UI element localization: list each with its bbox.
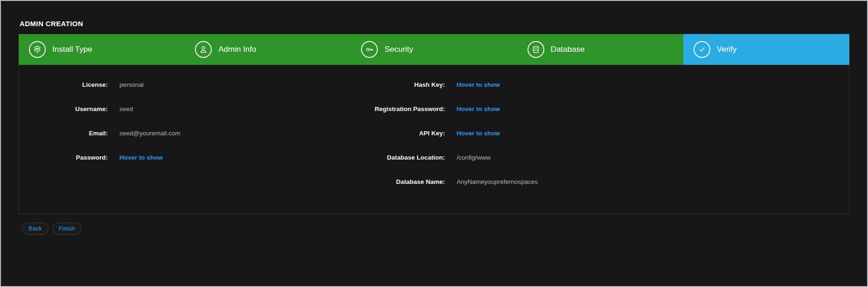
- finish-button[interactable]: Finish: [52, 223, 82, 235]
- username-label: Username:: [19, 105, 108, 112]
- step-label-database: Database: [551, 45, 585, 54]
- api-key-label: API Key:: [290, 130, 445, 137]
- database-location-value: /config/www: [457, 154, 849, 161]
- page-title: ADMIN CREATION: [20, 20, 848, 28]
- summary-row-database-location: Database Location: /config/www: [290, 145, 849, 169]
- summary-column-left: License: personal Username: seed Email: …: [19, 72, 290, 214]
- summary-row-license: License: personal: [19, 72, 290, 97]
- step-database[interactable]: Database: [517, 34, 683, 65]
- database-name-value: AnyNameyouprefernospaces: [457, 178, 849, 185]
- username-value: seed: [119, 105, 290, 112]
- step-label-verify: Verify: [717, 45, 737, 54]
- summary-row-username: Username: seed: [19, 97, 290, 121]
- registration-password-reveal-link[interactable]: Hover to show: [457, 105, 849, 112]
- summary-row-registration-password: Registration Password: Hover to show: [290, 97, 849, 121]
- registration-password-label: Registration Password:: [290, 105, 445, 112]
- summary-row-api-key: API Key: Hover to show: [290, 121, 849, 145]
- license-label: License:: [19, 81, 108, 88]
- back-button[interactable]: Back: [22, 223, 49, 235]
- summary-row-database-name: Database Name: AnyNameyouprefernospaces: [290, 169, 849, 194]
- stepper: Install Type Admin Info: [19, 34, 849, 65]
- step-admin-info[interactable]: Admin Info: [185, 34, 351, 65]
- step-label-security: Security: [384, 45, 413, 54]
- person-icon: [195, 41, 212, 58]
- password-reveal-link[interactable]: Hover to show: [119, 154, 290, 161]
- summary-row-hash-key: Hash Key: Hover to show: [290, 72, 849, 97]
- step-install-type[interactable]: Install Type: [19, 34, 185, 65]
- admin-creation-screen: ADMIN CREATION Install Type: [0, 0, 868, 287]
- api-key-reveal-link[interactable]: Hover to show: [457, 130, 849, 137]
- key-icon: [361, 41, 378, 58]
- email-label: Email:: [19, 130, 108, 137]
- hash-key-label: Hash Key:: [290, 81, 445, 88]
- signpost-icon: [29, 41, 46, 58]
- email-value: seed@youremail.com: [119, 130, 290, 137]
- admin-creation-card: ADMIN CREATION Install Type: [19, 1, 849, 214]
- step-label-install-type: Install Type: [52, 45, 92, 54]
- database-location-label: Database Location:: [290, 154, 445, 161]
- hash-key-reveal-link[interactable]: Hover to show: [457, 81, 849, 88]
- step-security[interactable]: Security: [351, 34, 517, 65]
- check-icon: [694, 41, 710, 58]
- database-icon: [528, 41, 544, 58]
- step-verify[interactable]: Verify: [683, 34, 849, 65]
- database-name-label: Database Name:: [290, 178, 445, 185]
- step-label-admin-info: Admin Info: [218, 45, 256, 54]
- summary-row-email: Email: seed@youremail.com: [19, 121, 290, 145]
- summary-column-right: Hash Key: Hover to show Registration Pas…: [290, 72, 849, 214]
- summary-row-password: Password: Hover to show: [19, 145, 290, 169]
- verify-summary-panel: License: personal Username: seed Email: …: [19, 65, 849, 214]
- license-value: personal: [119, 81, 290, 88]
- password-label: Password:: [19, 154, 108, 161]
- wizard-actions: Back Finish: [22, 223, 849, 235]
